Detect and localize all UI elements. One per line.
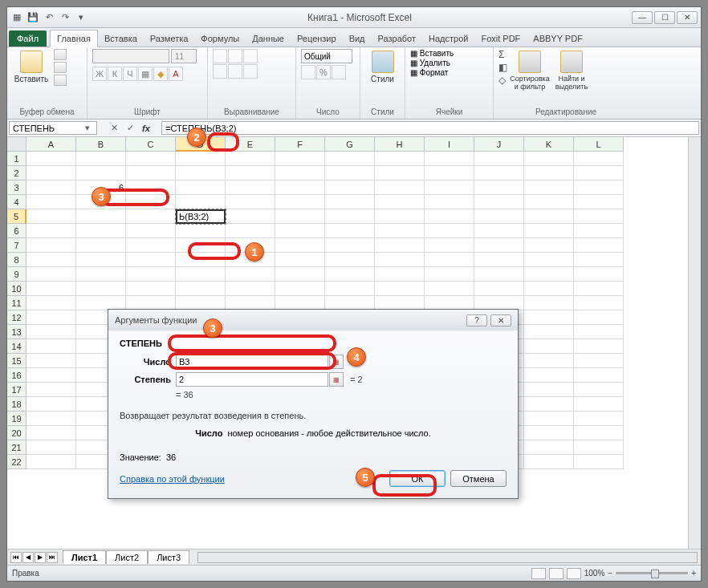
- redo-icon[interactable]: ↷: [59, 11, 71, 24]
- cell-K3[interactable]: [524, 180, 574, 195]
- cell-J1[interactable]: [474, 152, 524, 166]
- font-color-button[interactable]: A: [169, 67, 183, 81]
- row-header-1[interactable]: 1: [7, 152, 26, 166]
- percent-icon[interactable]: %: [316, 65, 331, 79]
- arg-power-input[interactable]: [176, 372, 328, 387]
- cell-C4[interactable]: [126, 195, 176, 209]
- cell-G3[interactable]: [325, 180, 375, 195]
- row-header-14[interactable]: 14: [7, 339, 26, 354]
- cell-L3[interactable]: [574, 180, 624, 195]
- view-normal-button[interactable]: [531, 568, 546, 579]
- find-select-button[interactable]: Найти и выделить: [552, 49, 591, 92]
- cell-K11[interactable]: [524, 296, 574, 310]
- cell-F9[interactable]: [275, 267, 325, 282]
- underline-button[interactable]: Ч: [123, 67, 137, 81]
- cell-K1[interactable]: [524, 152, 574, 166]
- zoom-out-button[interactable]: −: [608, 569, 612, 578]
- cell-H9[interactable]: [375, 267, 425, 282]
- cell-K16[interactable]: [524, 368, 574, 383]
- tab-insert[interactable]: Вставка: [98, 30, 144, 47]
- row-header-9[interactable]: 9: [7, 267, 26, 282]
- cell-L10[interactable]: [574, 282, 624, 296]
- cell-E3[interactable]: [226, 180, 275, 195]
- cell-J6[interactable]: [474, 224, 524, 238]
- cell-I4[interactable]: [425, 195, 474, 209]
- cell-H5[interactable]: [375, 209, 425, 224]
- vertical-scrollbar[interactable]: [688, 137, 701, 549]
- border-button[interactable]: ▦: [138, 67, 153, 81]
- cell-K9[interactable]: [524, 267, 574, 282]
- cell-L14[interactable]: [574, 339, 624, 354]
- cell-H2[interactable]: [375, 166, 425, 180]
- ok-button[interactable]: ОК: [389, 470, 446, 487]
- cell-K6[interactable]: [524, 224, 574, 238]
- comma-icon[interactable]: [332, 65, 346, 79]
- cell-C10[interactable]: [126, 282, 176, 296]
- cell-G9[interactable]: [325, 267, 375, 282]
- col-header-G[interactable]: G: [325, 137, 375, 152]
- sort-filter-button[interactable]: Сортировка и фильтр: [511, 49, 549, 92]
- cell-D3[interactable]: [176, 180, 226, 195]
- cell-F1[interactable]: [275, 152, 325, 166]
- cell-J5[interactable]: [474, 209, 524, 224]
- formula-input[interactable]: =СТЕПЕНЬ(B3;2): [161, 121, 699, 135]
- cell-K2[interactable]: [524, 166, 574, 180]
- cancel-formula-icon[interactable]: ✕: [107, 121, 121, 136]
- row-header-7[interactable]: 7: [7, 238, 26, 253]
- cell-A9[interactable]: [26, 267, 76, 282]
- row-header-4[interactable]: 4: [7, 195, 26, 209]
- cell-G5[interactable]: [325, 209, 375, 224]
- sheet-nav-first-icon[interactable]: ⏮: [10, 552, 22, 563]
- cell-E4[interactable]: [226, 195, 275, 209]
- cell-I10[interactable]: [425, 282, 474, 296]
- cell-L22[interactable]: [574, 455, 624, 469]
- cell-I9[interactable]: [425, 267, 474, 282]
- tab-review[interactable]: Рецензир: [291, 30, 343, 47]
- qat-dropdown-icon[interactable]: ▾: [75, 11, 87, 24]
- row-header-15[interactable]: 15: [7, 354, 26, 368]
- cell-C7[interactable]: [126, 238, 176, 253]
- save-icon[interactable]: 💾: [26, 11, 39, 24]
- number-format-select[interactable]: Общий: [301, 49, 352, 63]
- font-size-select[interactable]: 11: [171, 49, 197, 63]
- cell-E9[interactable]: [226, 267, 275, 282]
- cell-K21[interactable]: [524, 440, 574, 455]
- minimize-button[interactable]: —: [632, 11, 653, 24]
- cell-K12[interactable]: [524, 310, 574, 325]
- maximize-button[interactable]: ☐: [654, 11, 675, 24]
- cells-format-button[interactable]: ▦ Формат: [410, 68, 448, 77]
- cell-H8[interactable]: [375, 253, 425, 267]
- col-header-J[interactable]: J: [474, 137, 524, 152]
- row-header-2[interactable]: 2: [7, 166, 26, 180]
- row-header-21[interactable]: 21: [7, 440, 26, 455]
- cell-A7[interactable]: [26, 238, 76, 253]
- cell-L7[interactable]: [574, 238, 624, 253]
- cell-I7[interactable]: [425, 238, 474, 253]
- cell-F3[interactable]: [275, 180, 325, 195]
- sheet-tab-2[interactable]: Лист2: [106, 550, 148, 564]
- undo-icon[interactable]: ↶: [43, 11, 55, 24]
- row-header-22[interactable]: 22: [7, 455, 26, 469]
- clear-icon[interactable]: ◇: [498, 75, 507, 86]
- cell-B7[interactable]: [76, 238, 126, 253]
- row-header-3[interactable]: 3: [7, 180, 26, 195]
- cell-L5[interactable]: [574, 209, 624, 224]
- cell-D6[interactable]: [176, 224, 226, 238]
- cell-I6[interactable]: [425, 224, 474, 238]
- cell-A20[interactable]: [26, 426, 76, 440]
- col-header-A[interactable]: A: [26, 137, 76, 152]
- namebox-dropdown-icon[interactable]: ▾: [82, 123, 93, 133]
- cell-F2[interactable]: [275, 166, 325, 180]
- cancel-button[interactable]: Отмена: [450, 470, 507, 487]
- cell-C9[interactable]: [126, 267, 176, 282]
- cell-J10[interactable]: [474, 282, 524, 296]
- cell-L12[interactable]: [574, 310, 624, 325]
- cell-E6[interactable]: [226, 224, 275, 238]
- cell-H3[interactable]: [375, 180, 425, 195]
- cell-C3[interactable]: [126, 180, 176, 195]
- row-header-8[interactable]: 8: [7, 253, 26, 267]
- col-header-L[interactable]: L: [574, 137, 624, 152]
- dialog-close-button[interactable]: ✕: [490, 314, 511, 326]
- cell-A22[interactable]: [26, 455, 76, 469]
- cells-delete-button[interactable]: ▦ Удалить: [410, 59, 450, 67]
